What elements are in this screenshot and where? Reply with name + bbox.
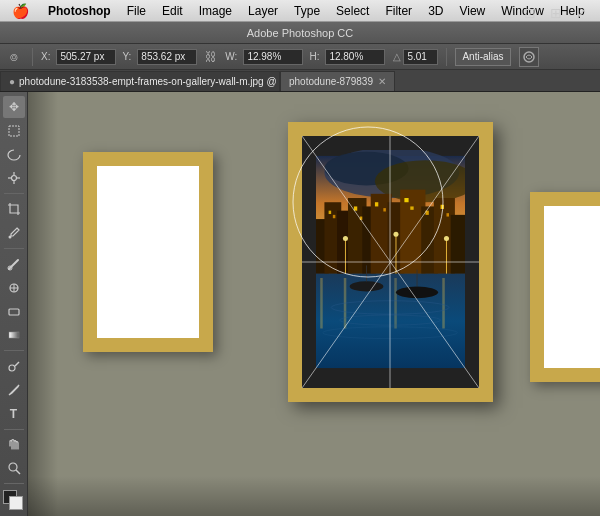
menu-layer[interactable]: Layer xyxy=(240,0,286,21)
tool-magic-wand[interactable] xyxy=(3,167,25,189)
tool-hand[interactable] xyxy=(3,434,25,456)
x-value[interactable]: 505.27 px xyxy=(56,49,116,65)
svg-point-6 xyxy=(11,176,16,181)
tool-separator-5 xyxy=(4,483,24,484)
frame-left xyxy=(83,152,213,352)
tool-crop[interactable] xyxy=(3,198,25,220)
gallery-wall xyxy=(28,92,600,516)
svg-point-47 xyxy=(393,232,398,237)
frame-left-border xyxy=(83,152,213,352)
y-label: Y: xyxy=(122,51,131,62)
svg-rect-39 xyxy=(404,198,408,202)
svg-rect-1 xyxy=(9,126,19,136)
constrain-icon[interactable]: ⛓ xyxy=(203,49,219,65)
tool-separator-1 xyxy=(4,193,24,194)
svg-line-15 xyxy=(15,362,19,366)
menu-3d[interactable]: 3D xyxy=(420,0,451,21)
text-tool-label: T xyxy=(10,407,17,421)
svg-rect-38 xyxy=(383,208,386,211)
svg-point-56 xyxy=(396,286,438,298)
tool-dodge[interactable] xyxy=(3,355,25,377)
svg-point-16 xyxy=(9,463,17,471)
options-divider-1 xyxy=(32,48,33,66)
svg-point-7 xyxy=(8,235,11,238)
angle-value[interactable]: 5.01 xyxy=(403,49,438,65)
tool-separator-3 xyxy=(4,350,24,351)
frame-right-border xyxy=(530,192,600,382)
tool-separator-4 xyxy=(4,429,24,430)
svg-rect-51 xyxy=(320,278,323,329)
tool-gradient[interactable] xyxy=(3,324,25,346)
svg-rect-53 xyxy=(394,278,397,329)
w-value[interactable]: 12.98% xyxy=(243,49,303,65)
tool-lasso[interactable] xyxy=(3,144,25,166)
tool-eyedropper[interactable] xyxy=(3,222,25,244)
anti-alias-button[interactable]: Anti-alias xyxy=(455,48,510,66)
frame-center xyxy=(288,122,493,402)
apple-menu[interactable]: 🍎 xyxy=(0,3,40,19)
menu-items: Photoshop File Edit Image Layer Type Sel… xyxy=(40,0,593,21)
x-label: X: xyxy=(41,51,50,62)
tab-2-label: photodune-879839 xyxy=(289,76,373,87)
svg-rect-40 xyxy=(410,206,413,209)
tool-zoom[interactable] xyxy=(3,457,25,479)
canvas-area[interactable] xyxy=(28,92,600,516)
toolbar-icon-2[interactable]: ⊞ xyxy=(546,3,566,23)
menu-select[interactable]: Select xyxy=(328,0,377,21)
tool-marquee[interactable] xyxy=(3,120,25,142)
tab-1[interactable]: ● photodune-3183538-empt-frames-on-galle… xyxy=(0,71,280,91)
tool-pen[interactable] xyxy=(3,379,25,401)
menu-photoshop[interactable]: Photoshop xyxy=(40,0,119,21)
svg-point-49 xyxy=(444,236,449,241)
ps-title-text: Adobe Photoshop CC xyxy=(247,27,353,39)
tool-text[interactable]: T xyxy=(3,403,25,425)
menu-image[interactable]: Image xyxy=(191,0,240,21)
menu-view[interactable]: View xyxy=(451,0,493,21)
svg-rect-34 xyxy=(333,215,336,218)
y-value[interactable]: 853.62 px xyxy=(137,49,197,65)
menu-file[interactable]: File xyxy=(119,0,154,21)
svg-rect-54 xyxy=(442,278,445,329)
toolbar-checkmark[interactable]: ✓ xyxy=(572,3,592,23)
menu-bar: 🍎 Photoshop File Edit Image Layer Type S… xyxy=(0,0,600,22)
frame-center-border xyxy=(288,122,493,402)
tool-move[interactable]: ✥ xyxy=(3,96,25,118)
svg-rect-12 xyxy=(9,309,19,315)
tab-2[interactable]: photodune-879839 ✕ xyxy=(280,71,395,91)
wall-shadow xyxy=(28,92,58,516)
svg-rect-42 xyxy=(441,205,444,209)
svg-rect-36 xyxy=(360,217,363,220)
tool-brush[interactable] xyxy=(3,253,25,275)
svg-point-55 xyxy=(350,281,384,291)
menu-edit[interactable]: Edit xyxy=(154,0,191,21)
menu-filter[interactable]: Filter xyxy=(377,0,420,21)
fg-bg-colors[interactable] xyxy=(3,490,25,512)
svg-rect-35 xyxy=(354,206,357,210)
angle-icon: △ xyxy=(393,51,401,62)
lasso-tool-icon[interactable]: ⌾ xyxy=(4,47,24,67)
toolbar-icon-1[interactable]: ⊡ xyxy=(520,3,540,23)
tab-close-1[interactable]: ● xyxy=(9,76,15,87)
svg-rect-13 xyxy=(9,332,19,338)
h-value[interactable]: 12.80% xyxy=(325,49,385,65)
ps-title-bar: Adobe Photoshop CC ⊡ ⊞ ✓ xyxy=(0,22,600,44)
tool-eraser[interactable] xyxy=(3,300,25,322)
tab-1-label: photodune-3183538-empt-frames-on-gallery… xyxy=(19,76,280,87)
svg-line-17 xyxy=(16,470,20,474)
svg-point-45 xyxy=(343,236,348,241)
svg-point-14 xyxy=(9,365,15,371)
options-bar: ⌾ X: 505.27 px Y: 853.62 px ⛓ W: 12.98% … xyxy=(0,44,600,70)
apple-icon: 🍎 xyxy=(12,3,29,19)
tab-bar: ● photodune-3183538-empt-frames-on-galle… xyxy=(0,70,600,92)
tab-2-close-icon[interactable]: ✕ xyxy=(378,76,386,87)
svg-rect-37 xyxy=(375,202,378,206)
svg-rect-41 xyxy=(425,211,428,215)
tool-clone[interactable] xyxy=(3,277,25,299)
h-label: H: xyxy=(309,51,319,62)
svg-rect-33 xyxy=(329,211,332,214)
menu-type[interactable]: Type xyxy=(286,0,328,21)
main-area: ✥ xyxy=(0,92,600,516)
frame-right xyxy=(530,192,600,382)
refine-edge-icon[interactable] xyxy=(519,47,539,67)
options-divider-2 xyxy=(446,48,447,66)
